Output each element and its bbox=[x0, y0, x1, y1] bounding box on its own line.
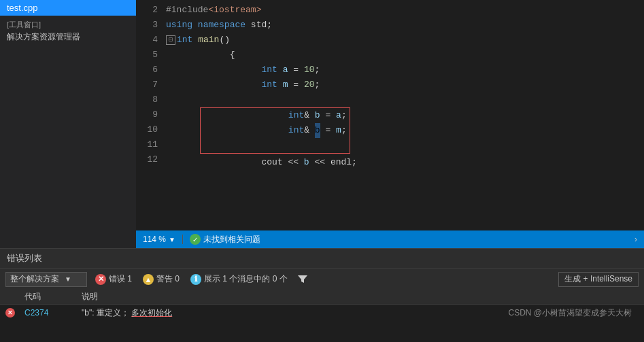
code-line-12: cout << b << endl; bbox=[166, 155, 644, 170]
ln-9: 9 bbox=[136, 107, 158, 122]
code-content[interactable]: #include<iostream> using namespace std; … bbox=[163, 3, 644, 230]
ln-6: 6 bbox=[136, 63, 158, 78]
code-line-10: int& b = m; bbox=[201, 123, 350, 138]
error-scope-dropdown[interactable]: 整个解决方案 ▼ bbox=[5, 272, 87, 287]
row-error-code: C2374 bbox=[24, 308, 79, 318]
error-toolbar: 整个解决方案 ▼ ✕ 错误 1 ▲ 警告 0 ℹ 展示 1 个消息中的 0 个 … bbox=[0, 268, 644, 290]
sidebar-section-bracket: [工具窗口] bbox=[7, 20, 129, 30]
csdn-watermark: CSDN @小树苗渴望变成参天大树 bbox=[508, 307, 639, 319]
ln-8: 8 bbox=[136, 92, 158, 107]
line-numbers: 2 3 4 5 6 7 8 9 10 11 12 bbox=[136, 3, 163, 230]
status-zoom[interactable]: 114 % ▼ bbox=[143, 235, 175, 244]
error-count-button[interactable]: ✕ 错误 1 bbox=[92, 272, 135, 287]
table-row[interactable]: ✕ C2374 "b": 重定义； 多次初始化 CSDN @小树苗渴望变成参天大… bbox=[0, 305, 644, 321]
status-check-label: 未找到相关问题 bbox=[203, 234, 260, 245]
sidebar-section-name: 解决方案资源管理器 bbox=[7, 31, 129, 43]
inc-iostream: <iostream> bbox=[208, 3, 261, 18]
error-desc-underlined: 多次初始化 bbox=[131, 308, 172, 318]
bottom-panel: 错误列表 整个解决方案 ▼ ✕ 错误 1 ▲ 警告 0 ℹ 展示 1 个消息中的… bbox=[0, 248, 644, 342]
dropdown-arrow-icon: ▼ bbox=[65, 275, 71, 283]
highlight-b: b bbox=[315, 123, 320, 138]
col-header-desc: 说明 bbox=[82, 291, 639, 303]
status-bar: 114 % ▼ ✓ 未找到相关问题 › bbox=[136, 230, 644, 248]
code-line-7: int m = 20; bbox=[166, 78, 644, 92]
error-desc-normal: "b": 重定义； bbox=[82, 308, 129, 318]
sidebar: test.cpp [工具窗口] 解决方案资源管理器 bbox=[0, 0, 136, 248]
code-container: 2 3 4 5 6 7 8 9 10 11 12 #include<iostre… bbox=[136, 0, 644, 230]
info-count-button[interactable]: ℹ 展示 1 个消息中的 0 个 bbox=[188, 272, 290, 287]
build-button[interactable]: 生成 + IntelliSense bbox=[558, 272, 639, 287]
zoom-arrow-icon: ▼ bbox=[169, 236, 175, 243]
ln-11: 11 bbox=[136, 137, 158, 152]
row-error-desc: "b": 重定义； 多次初始化 bbox=[82, 307, 508, 319]
code-line-2: #include<iostream> bbox=[166, 3, 644, 18]
info-count-label: 展示 1 个消息中的 0 个 bbox=[204, 273, 288, 285]
ln-3: 3 bbox=[136, 18, 158, 33]
status-separator bbox=[182, 235, 183, 244]
error-icon: ✕ bbox=[95, 274, 106, 285]
ln-12: 12 bbox=[136, 152, 158, 167]
filter-icon[interactable] bbox=[296, 273, 309, 286]
error-table-header: 代码 说明 bbox=[0, 290, 644, 305]
sidebar-tab[interactable]: test.cpp bbox=[0, 0, 136, 16]
editor-area: 2 3 4 5 6 7 8 9 10 11 12 #include<iostre… bbox=[136, 0, 644, 248]
check-circle-icon: ✓ bbox=[190, 234, 201, 245]
main-area: test.cpp [工具窗口] 解决方案资源管理器 2 3 4 5 6 7 8 … bbox=[0, 0, 644, 248]
zoom-value: 114 % bbox=[143, 235, 166, 244]
pp-include: #include bbox=[166, 3, 208, 18]
code-line-4: ⊟int main() bbox=[166, 33, 644, 48]
error-count-label: 错误 1 bbox=[109, 273, 132, 285]
status-check: ✓ 未找到相关问题 bbox=[190, 234, 260, 245]
error-code-link[interactable]: C2374 bbox=[24, 308, 48, 318]
ln-2: 2 bbox=[136, 3, 158, 18]
sidebar-section: [工具窗口] 解决方案资源管理器 bbox=[0, 16, 136, 47]
info-icon: ℹ bbox=[190, 274, 201, 285]
warning-icon: ▲ bbox=[143, 274, 154, 285]
error-panel-title: 错误列表 bbox=[7, 252, 42, 264]
ln-4: 4 bbox=[136, 33, 158, 48]
code-line-3: using namespace std; bbox=[166, 18, 644, 33]
build-btn-container: 生成 + IntelliSense bbox=[558, 272, 639, 287]
row-error-badge: ✕ bbox=[5, 308, 15, 318]
red-box: int& b = a; int& b = m; bbox=[200, 107, 350, 154]
row-error-icon: ✕ bbox=[5, 308, 22, 318]
error-panel-header: 错误列表 bbox=[0, 249, 644, 268]
warning-count-label: 警告 0 bbox=[156, 273, 180, 285]
col-header-code: 代码 bbox=[24, 291, 79, 303]
error-table: ✕ C2374 "b": 重定义； 多次初始化 CSDN @小树苗渴望变成参天大… bbox=[0, 305, 644, 342]
ln-5: 5 bbox=[136, 48, 158, 63]
ln-10: 10 bbox=[136, 122, 158, 137]
error-scope-label: 整个解决方案 bbox=[10, 273, 59, 285]
warning-count-button[interactable]: ▲ 警告 0 bbox=[140, 272, 182, 287]
status-arrow-right-icon: › bbox=[634, 235, 637, 244]
ln-7: 7 bbox=[136, 78, 158, 92]
